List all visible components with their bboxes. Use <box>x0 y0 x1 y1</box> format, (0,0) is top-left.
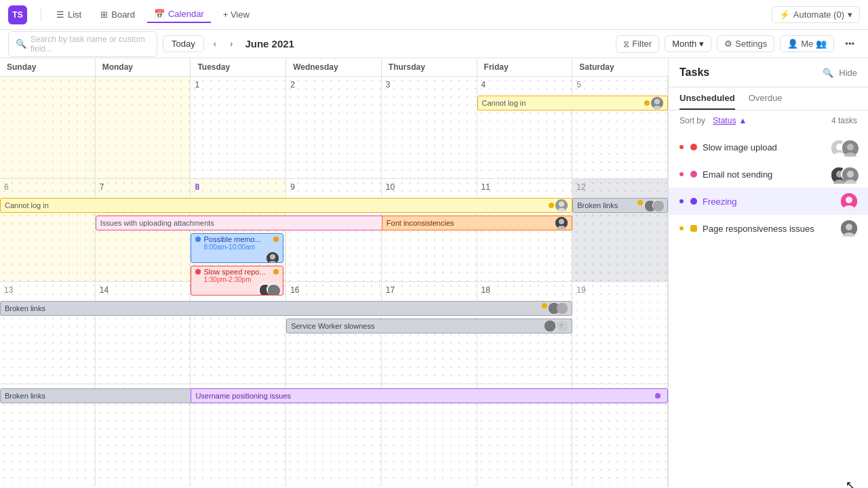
task-item-4[interactable]: Page responsiveness issues <box>669 215 868 242</box>
tasks-actions: 🔍 Me Hide <box>823 68 857 78</box>
automate-icon: ⚡ <box>779 9 790 20</box>
date-1: 1 <box>195 80 199 89</box>
board-icon: ⊞ <box>100 9 108 20</box>
date-5: 5 <box>576 80 581 89</box>
event-label: Issues with uploading attachments <box>100 219 214 227</box>
svg-point-38 <box>846 197 852 203</box>
event-label: Broken links <box>5 304 45 312</box>
event-time: 1:30pm-2:30pm <box>195 276 251 283</box>
settings-btn[interactable]: ⚙ Settings <box>717 35 774 52</box>
task-name-4: Page responsiveness issues <box>703 224 835 234</box>
broken-links-r3[interactable]: Broken links <box>0 301 572 316</box>
nav-right: ⚡ Automate (0) ▾ <box>772 6 860 23</box>
calendar: Sunday Monday Tuesday Wednesday Thursday… <box>0 58 668 488</box>
task-drag-handle <box>679 145 684 149</box>
cal-cell-13[interactable]: 13 <box>0 282 96 384</box>
cal-header: Sunday Monday Tuesday Wednesday Thursday… <box>0 58 668 77</box>
cal-cell-14[interactable]: 14 <box>96 282 191 384</box>
task-status-3 <box>690 198 697 205</box>
date-14: 14 <box>100 285 108 295</box>
next-btn[interactable]: › <box>226 36 237 52</box>
task-item-2[interactable]: Email not sending <box>669 161 868 188</box>
cannot-log-in-event-row0[interactable]: Cannot log in <box>477 96 668 110</box>
ev-dot <box>637 200 643 205</box>
slow-speed-event[interactable]: Slow speed repo... 1:30pm-2:30pm <box>191 266 283 296</box>
tasks-count: 4 tasks <box>831 116 857 125</box>
event-avatar <box>267 252 279 263</box>
search-box[interactable]: 🔍 Search by task name or custom field... <box>8 31 157 57</box>
sort-link[interactable]: Status <box>713 116 736 125</box>
cal-cell-19[interactable]: 19 <box>572 282 668 384</box>
cursor-indicator: ↖ <box>846 479 854 488</box>
header-friday: Friday <box>477 58 573 76</box>
tasks-header: Tasks 🔍 Me Hide <box>669 58 868 87</box>
cal-cell-15[interactable]: 15 <box>191 282 286 384</box>
event-label: Possible memo... <box>203 235 260 243</box>
nav-list[interactable]: ☰ List <box>50 7 88 22</box>
font-inconsistencies-event[interactable]: Font inconsistencies <box>382 216 572 230</box>
hide-btn[interactable]: Hide <box>839 68 857 78</box>
cal-cell-5[interactable]: 5 <box>572 77 668 178</box>
event-label: Cannot log in <box>5 201 49 209</box>
event-avatar <box>651 97 663 109</box>
logo-icon: TS <box>8 5 27 24</box>
cal-cell-3[interactable]: 3 <box>382 77 477 178</box>
prev-btn[interactable]: ‹ <box>210 36 220 52</box>
date-3: 3 <box>386 80 391 89</box>
add-view-btn[interactable]: + View <box>216 7 256 22</box>
month-btn[interactable]: Month ▾ <box>665 35 711 52</box>
date-4: 4 <box>481 80 486 89</box>
header-tuesday: Tuesday <box>191 58 286 76</box>
date-12: 12 <box>576 182 585 192</box>
chevron-down-icon: ▾ <box>699 39 704 49</box>
nav-calendar[interactable]: 📅 Calendar <box>147 6 211 23</box>
event-avatar <box>555 217 568 229</box>
date-19: 19 <box>576 285 585 295</box>
task-avatar-1b <box>841 139 857 155</box>
broken-links-r1[interactable]: Broken links <box>572 198 668 213</box>
automate-btn[interactable]: ⚡ Automate (0) ▾ <box>772 6 860 23</box>
chevron-down-icon: ▾ <box>848 9 852 20</box>
month-title: June 2021 <box>245 38 294 49</box>
service-worker-event[interactable]: Service Worker slowness ? <box>286 319 572 333</box>
me-btn[interactable]: 👤 Me 👥 <box>780 35 834 52</box>
event-avatar-2 <box>267 283 279 296</box>
date-7: 7 <box>100 182 104 192</box>
today-btn[interactable]: Today <box>163 35 204 52</box>
task-drag-handle <box>679 226 684 230</box>
cal-cell-2[interactable]: 2 <box>286 77 382 178</box>
more-btn[interactable]: ••• <box>840 36 860 52</box>
cal-cell-blank-sun[interactable] <box>0 77 96 178</box>
cal-cell-4[interactable]: 4 <box>477 77 573 178</box>
user-icon: 👤 <box>787 39 798 49</box>
ev-dot-2 <box>273 237 279 242</box>
svg-point-1 <box>654 99 660 104</box>
filter-btn[interactable]: ⧖ Filter <box>616 35 659 53</box>
event-dot <box>644 100 650 106</box>
event-avatar <box>555 199 568 211</box>
nav-board[interactable]: ⊞ Board <box>94 7 142 22</box>
cannot-log-in-r2[interactable]: Cannot log in <box>0 198 572 213</box>
cal-row-3: Broken links Username positioning issues <box>0 384 668 486</box>
tab-unscheduled[interactable]: Unscheduled <box>679 87 735 110</box>
event-label: Broken links <box>5 392 45 400</box>
cal-cell-blank-mon[interactable] <box>96 77 191 178</box>
cal-cell-12[interactable]: 12 <box>572 179 668 281</box>
task-item-1[interactable]: Slow image upload <box>669 134 868 161</box>
date-2: 2 <box>290 80 295 89</box>
tab-overdue[interactable]: Overdue <box>749 87 783 110</box>
app-logo: TS <box>8 5 27 24</box>
tasks-list: Slow image upload Email not sending <box>669 131 868 488</box>
header-saturday: Saturday <box>572 58 668 76</box>
event-label: Font inconsistencies <box>387 219 454 227</box>
svg-point-29 <box>847 144 854 150</box>
task-avatar-2b <box>841 166 857 182</box>
toolbar: 🔍 Search by task name or custom field...… <box>0 30 868 58</box>
tasks-search-icon[interactable]: 🔍 <box>823 68 833 78</box>
cal-cell-1[interactable]: 1 <box>191 77 286 178</box>
username-positioning-event[interactable]: Username positioning issues <box>191 388 668 403</box>
task-item-3[interactable]: Freezing ↖ <box>669 188 868 215</box>
possible-memory-event[interactable]: Possible memo... 8:00am-10:00am <box>191 233 283 263</box>
event-label: Cannot log in <box>482 99 526 107</box>
cal-cell-6[interactable]: 6 <box>0 179 96 281</box>
